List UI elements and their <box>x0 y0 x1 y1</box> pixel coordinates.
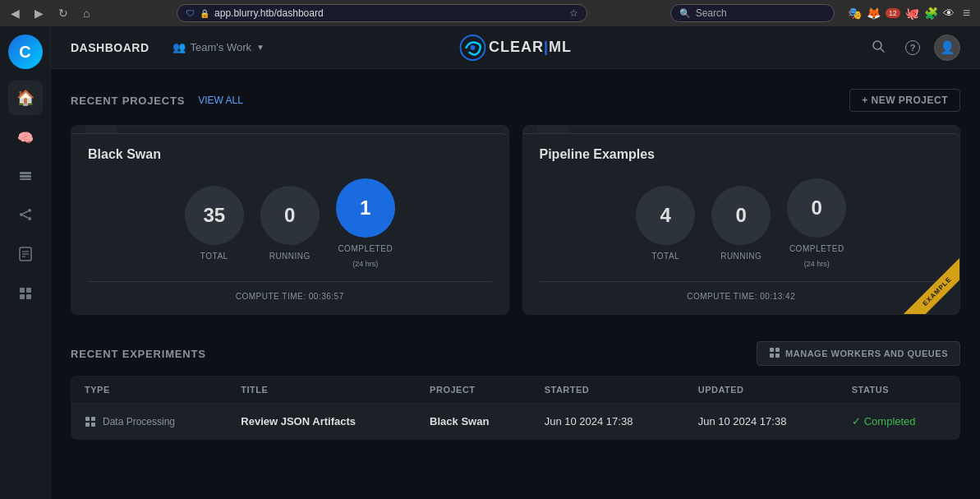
stat-total: 4 TOTAL <box>636 186 695 261</box>
running-label: RUNNING <box>720 252 761 261</box>
stat-completed: 0 COMPLETED (24 hrs) <box>787 178 846 268</box>
completed-value: 1 <box>336 178 395 238</box>
table-body: Data Processing Review JSON Artifacts Bl… <box>71 404 960 440</box>
svg-rect-12 <box>20 288 25 293</box>
browser-menu-icon[interactable]: ≡ <box>959 6 973 21</box>
projects-grid: Black Swan 35 TOTAL 0 RUNNING 1 <box>71 125 960 315</box>
sidebar-item-brain[interactable]: 🧠 <box>8 120 43 155</box>
svg-rect-23 <box>775 353 780 358</box>
project-name: Pipeline Examples <box>540 147 944 162</box>
home-icon: 🏠 <box>16 89 35 107</box>
total-value: 35 <box>185 186 244 245</box>
example-badge-text: EXAMPLE <box>904 257 959 314</box>
svg-rect-20 <box>770 348 774 352</box>
svg-rect-24 <box>85 417 90 421</box>
table-header-row: TYPE TITLE PROJECT STARTED UPDATED STATU… <box>71 377 960 404</box>
card-body: Black Swan 35 TOTAL 0 RUNNING 1 <box>71 133 508 314</box>
col-updated: UPDATED <box>685 377 839 404</box>
search-icon: 🔍 <box>679 8 691 19</box>
address-bar[interactable]: 🛡 🔒 app.blurry.htb/dashboard ☆ <box>177 4 587 22</box>
svg-line-6 <box>23 211 28 214</box>
card-body: Pipeline Examples 4 TOTAL 0 RUNNING <box>523 133 960 314</box>
completed-value: 0 <box>787 178 846 238</box>
layers-icon <box>18 168 33 186</box>
svg-rect-14 <box>20 294 25 299</box>
svg-rect-0 <box>20 172 31 174</box>
stat-total: 35 TOTAL <box>185 186 244 261</box>
ext-eye-icon[interactable]: 👁 <box>943 7 955 20</box>
sidebar-logo[interactable]: C <box>8 35 43 69</box>
star-icon[interactable]: ☆ <box>569 7 578 19</box>
cell-status: ✓ Completed <box>839 404 960 440</box>
lock-icon: 🔒 <box>200 9 209 18</box>
svg-rect-1 <box>20 175 31 178</box>
help-button[interactable]: ? <box>899 35 926 61</box>
sidebar-item-report[interactable] <box>8 238 43 273</box>
compute-time: COMPUTE TIME: 00:36:57 <box>88 281 492 301</box>
experiments-section-title: RECENT EXPERIMENTS <box>71 348 206 360</box>
clearml-logo-graphic <box>459 35 485 61</box>
cell-started: Jun 10 2024 17:38 <box>531 404 685 440</box>
cell-project: Black Swan <box>416 404 531 440</box>
search-icon <box>872 39 885 56</box>
new-project-button[interactable]: + NEW PROJECT <box>849 89 960 112</box>
table-row[interactable]: Data Processing Review JSON Artifacts Bl… <box>71 404 960 440</box>
projects-section-header: RECENT PROJECTS VIEW ALL + NEW PROJECT <box>71 89 960 112</box>
refresh-button[interactable]: ↻ <box>54 5 72 21</box>
browser-extensions: 🎭 🦊 12 🐙 🧩 👁 ≡ <box>848 6 973 21</box>
avatar[interactable]: 👤 <box>934 35 960 61</box>
table-header: TYPE TITLE PROJECT STARTED UPDATED STATU… <box>71 377 960 404</box>
type-label: Data Processing <box>103 416 175 427</box>
cell-updated: Jun 10 2024 17:38 <box>685 404 839 440</box>
home-button[interactable]: ⌂ <box>79 5 94 21</box>
svg-rect-27 <box>91 423 95 427</box>
running-value: 0 <box>711 186 771 245</box>
logo-text: CLEAR|ML <box>489 39 572 56</box>
sidebar-item-grid[interactable] <box>8 278 43 312</box>
forward-button[interactable]: ▶ <box>30 5 48 21</box>
col-started: STARTED <box>531 377 685 404</box>
project-stats: 4 TOTAL 0 RUNNING 0 COMPLETED (24 hrs) <box>540 178 944 268</box>
team-label: Team's Work <box>191 41 251 53</box>
ext-puzzle-icon[interactable]: 🧩 <box>924 7 938 20</box>
browser-search-bar[interactable]: 🔍 Search <box>670 4 835 22</box>
ext-github-icon[interactable]: 🐙 <box>905 7 919 20</box>
chevron-down-icon: ▼ <box>256 43 265 52</box>
ext-badge: 12 <box>886 8 900 18</box>
completed-sublabel: (24 hrs) <box>352 260 378 268</box>
completed-label: COMPLETED <box>338 244 393 253</box>
updated-time: Jun 10 2024 17:38 <box>698 415 787 427</box>
page-title: DASHBOARD <box>71 41 150 54</box>
experiments-section-header: RECENT EXPERIMENTS MANAGE WORKERS AND QU… <box>71 341 960 366</box>
app-container: C 🏠 🧠 <box>0 26 980 499</box>
team-selector[interactable]: 👥 Team's Work ▼ <box>166 38 271 57</box>
project-card-black-swan[interactable]: Black Swan 35 TOTAL 0 RUNNING 1 <box>71 125 509 315</box>
projects-section-title: RECENT PROJECTS <box>71 95 185 107</box>
header-actions: ? 👤 <box>865 35 960 61</box>
team-icon: 👥 <box>173 41 186 53</box>
data-processing-icon <box>85 416 96 427</box>
sidebar-item-home[interactable]: 🏠 <box>8 81 43 115</box>
grid-icon <box>19 287 32 303</box>
back-button[interactable]: ◀ <box>7 5 24 21</box>
svg-rect-25 <box>91 417 95 421</box>
ext-firefox-icon[interactable]: 🦊 <box>867 7 881 20</box>
svg-rect-21 <box>775 348 780 352</box>
sidebar-item-layers[interactable] <box>8 159 43 194</box>
search-button[interactable] <box>865 35 891 61</box>
svg-rect-26 <box>85 423 90 427</box>
svg-point-4 <box>28 209 31 212</box>
project-card-pipeline-examples[interactable]: Pipeline Examples 4 TOTAL 0 RUNNING <box>522 125 961 315</box>
ext-theater-icon[interactable]: 🎭 <box>848 7 862 20</box>
compute-time: COMPUTE TIME: 00:13:42 <box>540 281 944 301</box>
manage-workers-button[interactable]: MANAGE WORKERS AND QUEUES <box>757 341 960 366</box>
completed-sublabel: (24 hrs) <box>804 260 830 268</box>
check-icon: ✓ <box>852 415 861 427</box>
sidebar-item-flow[interactable] <box>8 199 43 233</box>
content-area: RECENT PROJECTS VIEW ALL + NEW PROJECT B… <box>51 69 980 499</box>
project-name: Black Swan <box>88 147 492 162</box>
view-all-button[interactable]: VIEW ALL <box>198 95 243 106</box>
svg-rect-15 <box>26 294 31 299</box>
started-time: Jun 10 2024 17:38 <box>545 415 633 427</box>
browser-chrome: ◀ ▶ ↻ ⌂ 🛡 🔒 app.blurry.htb/dashboard ☆ 🔍… <box>0 0 980 26</box>
